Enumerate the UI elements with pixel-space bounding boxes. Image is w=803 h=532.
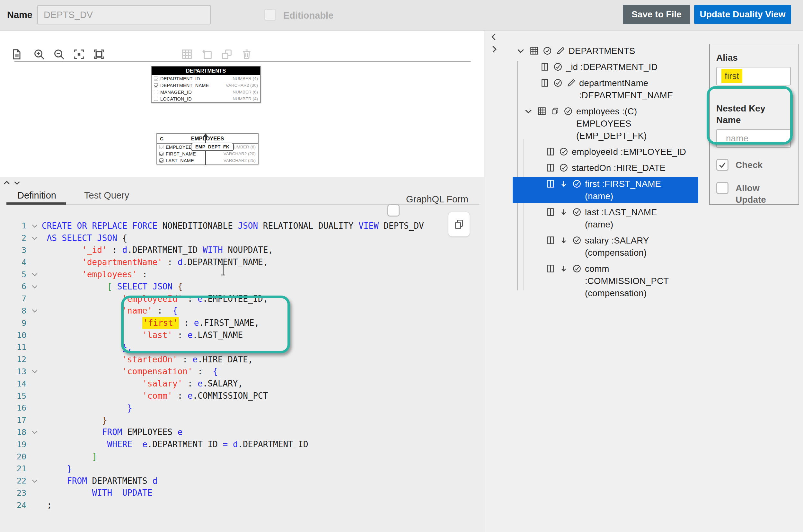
column-type: NUMBER (4) [232,76,258,81]
code-line[interactable]: 11 }, [7,341,450,354]
chevron-right-icon[interactable] [490,44,498,54]
code-line[interactable]: 17 } [7,414,450,426]
export-image-icon[interactable] [9,47,24,61]
code-token: : [178,355,193,364]
code-line[interactable]: 22 FROM DEPARTMENTS d [7,475,450,487]
column-checkbox[interactable] [154,97,158,101]
code-text: 'startedOn' : e.HIRE_DATE, [42,355,253,364]
zoom-in-icon[interactable] [32,47,46,61]
code-line[interactable]: 13 'compensation' : { [7,366,450,378]
code-line[interactable]: 2 AS SELECT JSON { [7,232,450,244]
code-line[interactable]: 23 WITH UPDATE [7,487,450,499]
nested-key-name-input[interactable]: name [716,129,791,148]
tree-item-salary[interactable]: salary :SALARY(compensation) [513,234,698,260]
code-line[interactable]: 6 [ SELECT JSON { [7,281,450,293]
column-checkbox[interactable] [159,145,164,149]
fold-chevron-icon[interactable] [27,270,42,279]
check-circle-icon [542,45,552,57]
code-line[interactable]: 5 'employees' : [7,268,450,281]
tree-item-departmentName[interactable]: departmentName:DEPARTMENT_NAME [513,76,698,102]
column-checkbox[interactable] [154,83,158,88]
tree-item-employees[interactable]: employees :(C)EMPLOYEES(EMP_DEPT_FK) [513,105,698,142]
text-cursor-icon [220,264,227,276]
table-icon [537,106,547,117]
code-line[interactable]: 9 'first' : e.FIRST_NAME, [7,317,450,329]
line-number: 16 [7,403,27,413]
code-token: e [197,379,203,388]
line-number: 6 [7,282,27,291]
code-line[interactable]: 8 'name' : { [7,305,450,317]
tree-item-first[interactable]: first :FIRST_NAME(name) [513,177,698,203]
tree-item-label: last :LAST_NAME(name) [585,206,657,231]
code-line[interactable]: 10 'last' : e.LAST_NAME [7,329,450,341]
check-circle-icon [572,234,582,246]
fold-chevron-icon[interactable] [27,222,42,230]
code-line[interactable]: 18 FROM EMPLOYEES e [7,426,450,438]
add-table-icon[interactable] [200,47,214,61]
code-line[interactable]: 15 'comm' : e.COMMISSION_PCT [7,390,450,402]
chevron-down-icon[interactable] [523,106,534,117]
relation-arrowhead-icon [203,133,208,137]
line-number: 22 [7,476,27,486]
grid-icon[interactable] [180,47,194,61]
tree-item-startedOn[interactable]: startedOn :HIRE_DATE [513,161,698,175]
tree-item-employeeId[interactable]: employeeId :EMPLOYEE_ID [513,145,698,159]
column-icon [546,178,556,190]
collapse-up-icon[interactable] [3,178,11,187]
save-to-file-button[interactable]: Save to File [623,5,690,24]
bring-front-icon[interactable] [220,47,234,61]
fold-chevron-icon[interactable] [27,234,42,242]
code-text: } [42,415,107,425]
code-line[interactable]: 4 'departmentName' : d.DEPARTMENT_NAME, [7,256,450,268]
code-token: 'name' [122,306,152,316]
view-name-input[interactable]: DEPTS_DV [37,5,211,24]
column-checkbox[interactable] [154,90,158,94]
code-line[interactable]: 16 } [7,402,450,414]
line-number: 23 [7,488,27,498]
fit-selection-icon[interactable] [72,47,86,61]
tab-definition[interactable]: Definition [17,190,56,201]
fold-chevron-icon[interactable] [27,282,42,291]
column-checkbox[interactable] [159,158,164,163]
editionable-checkbox[interactable] [264,9,276,21]
sql-code-editor[interactable]: 1CREATE OR REPLACE FORCE NONEDITIONABLE … [7,220,450,511]
tree-item-departments[interactable]: DEPARTMENTS [513,44,698,58]
code-token: 'salary' [142,379,183,388]
zoom-out-icon[interactable] [52,47,66,61]
tree-item-last[interactable]: last :LAST_NAME(name) [513,206,698,231]
copy-code-button[interactable] [448,212,470,236]
code-token: .SALARY, [203,379,243,388]
check-checkbox[interactable] [716,159,728,171]
fold-chevron-icon[interactable] [27,367,42,376]
code-line[interactable]: 1CREATE OR REPLACE FORCE NONEDITIONABLE … [7,220,450,232]
graphql-form-checkbox[interactable] [387,204,400,216]
tree-item-id-field[interactable]: _id :DEPARTMENT_ID [513,60,698,74]
code-line[interactable]: 24 ; [7,499,450,511]
code-token: : [183,379,197,388]
chevron-left-icon[interactable] [490,32,498,42]
tree-item-comm[interactable]: comm:COMMISSION_PCT(compensation) [513,262,698,300]
code-token: .DEPARTMENT_ID [127,245,203,255]
code-line[interactable]: 19 WHERE e.DEPARTMENT_ID = d.DEPARTMENT_… [7,438,450,450]
tab-test-query[interactable]: Test Query [84,190,129,201]
fold-chevron-icon[interactable] [27,428,42,436]
code-line[interactable]: 3 '_id' : d.DEPARTMENT_ID WITH NOUPDATE, [7,244,450,256]
code-token: : [172,330,188,340]
code-line[interactable]: 21 } [7,462,450,475]
allow-update-checkbox[interactable] [716,182,728,194]
code-line[interactable]: 12 'startedOn' : e.HIRE_DATE, [7,354,450,366]
column-checkbox[interactable] [159,152,164,156]
code-line[interactable]: 7 'employeeId' : e.EMPLOYEE_ID, [7,293,450,305]
code-line[interactable]: 14 'salary' : e.SALARY, [7,378,450,390]
trash-icon[interactable] [240,47,254,61]
alias-input[interactable]: first [716,67,791,86]
fold-chevron-icon[interactable] [27,477,42,485]
code-line[interactable]: 20 ] [7,450,450,462]
column-checkbox[interactable] [154,76,158,81]
update-duality-view-button[interactable]: Update Duality View [694,5,791,24]
chevron-down-icon[interactable] [515,45,526,57]
collapse-down-icon[interactable] [13,178,21,187]
fold-chevron-icon[interactable] [27,306,42,315]
code-text: [ SELECT JSON { [42,282,183,291]
fit-screen-icon[interactable] [92,47,106,61]
